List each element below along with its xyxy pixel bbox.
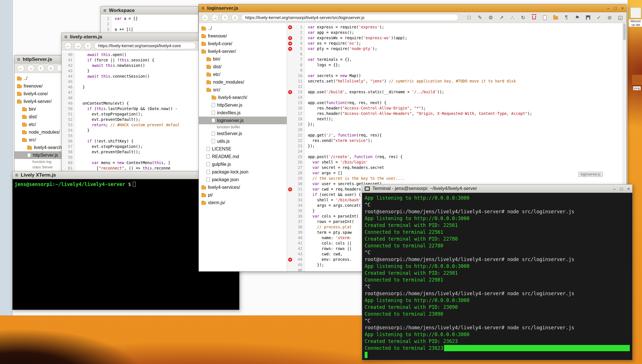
tree-item-loginserver-js[interactable]: loginserver.js (199, 117, 287, 124)
open-external-icon[interactable]: ↗ (498, 14, 505, 21)
menu-icon[interactable]: ≡ (201, 5, 205, 11)
code-line[interactable]: 7var terminals = {}, (287, 57, 622, 62)
lively-xterm-titlebar[interactable]: ≡ lively-xterm.js (62, 33, 199, 41)
tree-item-indexfiles-js[interactable]: indexfiles.js (199, 109, 287, 117)
menu-icon[interactable]: ≡ (64, 34, 67, 40)
terminal-body[interactable]: App listening to http://0.0.0.0:3000^Cro… (362, 193, 632, 360)
menu-icon[interactable]: ≡ (103, 7, 106, 14)
code-line[interactable]: 27 var secret = req.headers.secret (287, 165, 622, 170)
loginserver-titlebar[interactable]: ≡ loginserver.js – □ × (199, 4, 626, 12)
code-line[interactable]: 47 (62, 90, 199, 95)
code-line[interactable]: 28 var args = [] (287, 170, 622, 176)
code-line[interactable]: 52 evt.preventDefault(); (62, 117, 199, 122)
scrollbar-thumb[interactable] (623, 24, 626, 40)
tree-item-httpserver-js[interactable]: httpServer.js (199, 101, 287, 109)
code-line[interactable]: 15app.use(function(req, res, next) { (287, 100, 622, 106)
code-line[interactable]: 2 (101, 21, 198, 27)
code-line[interactable]: 22 res.send("xterm service"); (287, 138, 622, 143)
lively-xterm-code-editor[interactable]: 40 await this.open()41 if (force || !thi… (62, 51, 199, 172)
desktop-icon-jong[interactable]: jong (630, 75, 642, 90)
tree-item-bin[interactable]: bin/ (199, 55, 287, 63)
tree-item-lively4-search[interactable]: lively4-search/ (199, 94, 287, 101)
error-marker-icon[interactable]: × (288, 42, 292, 46)
code-line[interactable]: 8 logs = {}; (287, 62, 622, 68)
code-line[interactable]: 26 var shell = '/bin/login' (287, 160, 622, 165)
code-line[interactable]: 17 res.header("Access-Control-Allow-Head… (287, 111, 622, 116)
tree-item-[interactable]: ../ (199, 24, 287, 32)
code-line[interactable]: 20 (287, 127, 622, 133)
code-line[interactable]: ×4var os = require('os'); (287, 41, 622, 46)
back-button[interactable]: ← (64, 42, 72, 49)
code-line[interactable]: 29 // the secret is the key to the user.… (287, 176, 622, 181)
tree-item-freenove[interactable]: freenove/ (199, 32, 287, 40)
close-button[interactable]: × (627, 186, 630, 191)
code-line[interactable]: 58 evt.preventDefault(); (62, 149, 199, 155)
tree-item-src[interactable]: src/ (199, 86, 287, 94)
tree-item-lively4-core[interactable]: lively4-core/ (199, 40, 287, 47)
brush-icon[interactable]: ✎ (476, 14, 483, 21)
menu-icon[interactable]: ≡ (17, 56, 20, 63)
tree-item-etc[interactable]: etc/ (199, 71, 287, 78)
workspace-titlebar[interactable]: ≡ Workspace (101, 7, 198, 15)
code-line[interactable]: 16 res.header("Access-Control-Allow-Orig… (287, 106, 622, 111)
code-line[interactable]: 42 await this.newSession() (62, 63, 199, 68)
tree-item-pi[interactable]: pi/ (199, 191, 287, 199)
maximize-button[interactable]: □ (614, 6, 617, 11)
code-line[interactable]: 56 if (!evt.shiftKey) { (62, 138, 199, 144)
code-line[interactable]: 25app.post('/create', function (req, res… (287, 154, 622, 160)
code-line[interactable]: 2var app = express(); (287, 30, 622, 35)
tree-item-dist[interactable]: dist/ (199, 63, 287, 71)
error-marker-icon[interactable]: × (288, 258, 292, 262)
url-field[interactable]: https://lively-kernel.org/sensorpi/livel… (94, 42, 196, 49)
minimize-button[interactable]: – (613, 186, 616, 191)
code-line[interactable]: 50 if (this.lastPointerUp && (Date.now()… (62, 106, 199, 111)
new-file-icon[interactable] (541, 14, 548, 21)
home-button[interactable]: ⌂ (231, 14, 239, 21)
minimize-button[interactable]: – (607, 6, 610, 11)
tree-item-utils-js[interactable]: utils.js (199, 137, 287, 145)
back-button[interactable]: ← (17, 65, 24, 72)
code-line[interactable]: 6 (287, 51, 622, 57)
menu-icon[interactable]: ≡ (15, 172, 18, 178)
error-marker-icon[interactable]: × (288, 36, 292, 40)
code-line[interactable]: 23}); (287, 143, 622, 149)
tree-item-lively4-server[interactable]: lively4-server/ (199, 47, 287, 55)
code-line[interactable]: 54 } (62, 128, 199, 133)
error-marker-icon[interactable]: × (288, 25, 292, 29)
terminal-titlebar[interactable]: Terminal - jens@sensorpi: ~/lively4/live… (362, 185, 632, 193)
back-button[interactable]: ← (201, 14, 209, 21)
workspace-editor[interactable]: 1var a = []23a += [1] (101, 15, 198, 33)
refresh-icon[interactable]: ↻ (520, 14, 527, 21)
code-line[interactable]: 43 } (62, 68, 199, 74)
code-line[interactable]: 55 (62, 133, 199, 138)
tree-item-gulpfile-js[interactable]: gulpfile.js (199, 160, 287, 168)
save-icon[interactable] (585, 14, 591, 21)
select-square-icon[interactable]: □ (466, 14, 472, 21)
code-line[interactable]: 49 onContextMenu(evt) { (62, 101, 199, 106)
desktop-icon-wasser[interactable]: Wasser up dat (629, 7, 642, 27)
code-line[interactable]: 3a += [1] (101, 27, 198, 32)
cancel-icon[interactable]: ⊘ (606, 14, 613, 21)
code-line[interactable]: 9 (287, 68, 622, 73)
tree-item-xterm-js[interactable]: xterm.js/ (199, 199, 287, 206)
tree-item-testserver-js[interactable]: testServer.js (199, 130, 287, 137)
code-line[interactable]: 61 ["reconnect", () => this.reconne (62, 166, 199, 171)
code-line[interactable]: 1var a = [] (101, 16, 198, 21)
settings-gear-icon[interactable]: ⚙ (487, 14, 494, 21)
up-button[interactable]: ↑ (37, 65, 44, 72)
error-marker-icon[interactable]: × (288, 47, 292, 51)
tree-item-package-json[interactable]: package.json (199, 176, 287, 183)
code-line[interactable]: 60 var menu = new ContextMenu(this, [ (62, 160, 199, 166)
code-line[interactable]: 21app.get('/', function(req, res){ (287, 133, 622, 138)
hierarchy-icon[interactable]: ∴ (509, 14, 516, 21)
code-line[interactable]: 48 (62, 95, 199, 101)
code-line[interactable]: 41 if (force || !this.session) { (62, 57, 199, 63)
code-line[interactable]: ×3var expressWs = require('express-ws')(… (287, 35, 622, 41)
forward-button[interactable]: → (74, 42, 82, 49)
code-line[interactable]: ×1var express = require('express'); (287, 24, 622, 30)
code-line[interactable]: 12 (287, 84, 622, 89)
code-line[interactable]: 46 } (62, 84, 199, 90)
code-line[interactable]: 51 evt.stopPropagation(); (62, 111, 199, 117)
up-button[interactable]: ↑ (221, 14, 229, 21)
close-button[interactable]: × (621, 6, 624, 11)
